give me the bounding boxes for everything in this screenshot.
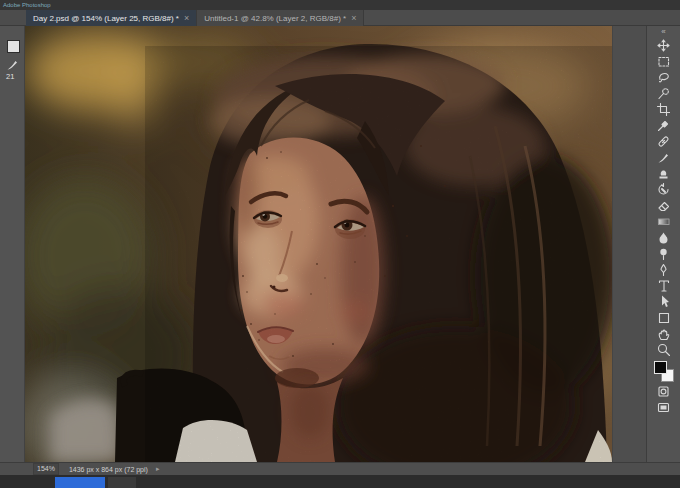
white-swatch-icon[interactable] [7, 40, 20, 53]
pasteboard-gap [612, 26, 646, 462]
tab-label: Untitled-1 @ 42.8% (Layer 2, RGB/8#) * [204, 14, 346, 23]
move-tool-icon[interactable] [656, 37, 672, 53]
rectangular-marquee-tool-icon[interactable] [656, 53, 672, 69]
eyedropper-tool-icon[interactable] [656, 117, 672, 133]
lasso-tool-icon[interactable] [656, 69, 672, 85]
tools-panel: « [646, 26, 680, 462]
tab-label: Day 2.psd @ 154% (Layer 25, RGB/8#) * [33, 14, 179, 23]
dodge-tool-icon[interactable] [656, 245, 672, 261]
status-bar: 154% 1436 px x 864 px (72 ppi) ▸ [0, 462, 680, 475]
painting-canvas[interactable] [25, 26, 612, 462]
close-icon[interactable]: × [351, 14, 356, 23]
color-swatches [654, 361, 674, 383]
path-selection-tool-icon[interactable] [656, 293, 672, 309]
collapse-dock-icon[interactable]: « [661, 27, 665, 37]
shape-tool-icon[interactable] [656, 309, 672, 325]
quick-mask-icon[interactable] [656, 383, 672, 399]
eraser-tool-icon[interactable] [656, 197, 672, 213]
hand-tool-icon[interactable] [656, 325, 672, 341]
left-dock-panel: 21 [0, 26, 25, 462]
brush-size-label: 21 [6, 72, 14, 81]
spot-healing-tool-icon[interactable] [656, 133, 672, 149]
zoom-tool-icon[interactable] [656, 341, 672, 357]
clone-stamp-tool-icon[interactable] [656, 165, 672, 181]
crop-tool-icon[interactable] [656, 101, 672, 117]
taskbar-active-app[interactable] [55, 477, 105, 488]
portrait-painting [25, 26, 612, 462]
blur-tool-icon[interactable] [656, 229, 672, 245]
close-icon[interactable]: × [184, 14, 189, 23]
gradient-tool-icon[interactable] [656, 213, 672, 229]
pen-tool-icon[interactable] [656, 261, 672, 277]
screen-mode-icon[interactable] [656, 399, 672, 415]
type-tool-icon[interactable] [656, 277, 672, 293]
zoom-level-field[interactable]: 154% [33, 463, 59, 475]
window-title: Adobe Photoshop [3, 2, 51, 8]
taskbar-app-segment[interactable] [108, 477, 136, 488]
brush-icon[interactable] [6, 57, 19, 70]
foreground-color-swatch[interactable] [654, 361, 667, 374]
history-brush-tool-icon[interactable] [656, 181, 672, 197]
brush-tool-icon[interactable] [656, 149, 672, 165]
document-tab-bar: Day 2.psd @ 154% (Layer 25, RGB/8#) * × … [0, 10, 680, 26]
chevron-right-icon[interactable]: ▸ [156, 465, 160, 473]
tab-day2[interactable]: Day 2.psd @ 154% (Layer 25, RGB/8#) * × [26, 10, 196, 26]
document-info-label: 1436 px x 864 px (72 ppi) [69, 466, 148, 473]
tab-untitled1[interactable]: Untitled-1 @ 42.8% (Layer 2, RGB/8#) * × [196, 10, 364, 26]
window-titlebar: Adobe Photoshop [0, 0, 680, 10]
quick-selection-tool-icon[interactable] [656, 85, 672, 101]
